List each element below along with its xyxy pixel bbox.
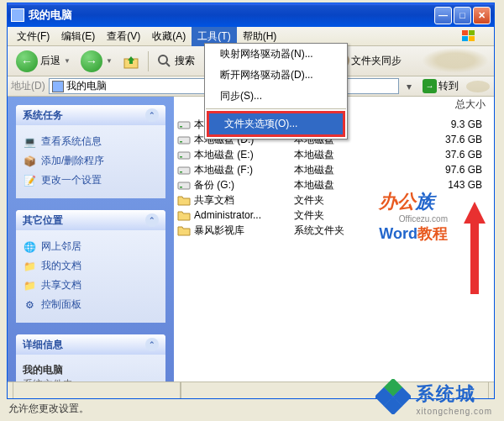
folder-up-icon <box>123 53 139 70</box>
minimize-button[interactable]: — <box>434 7 452 24</box>
folder-icon <box>177 193 191 207</box>
addrbar-decoration <box>465 79 491 94</box>
menu-file[interactable]: 文件(F) <box>11 27 55 46</box>
forward-icon: → <box>81 50 102 72</box>
svg-rect-16 <box>180 171 182 173</box>
menu-view[interactable]: 查看(V) <box>101 27 146 46</box>
sidebar-item-add-remove[interactable]: 📦 添加/删除程序 <box>23 151 159 171</box>
panel-header[interactable]: 系统任务 ⌃ <box>16 105 165 125</box>
menu-edit[interactable]: 编辑(E) <box>55 27 101 46</box>
drive-row[interactable]: 本地磁盘 (E:)本地磁盘37.6 GB <box>174 147 494 162</box>
add-remove-icon: 📦 <box>23 155 36 168</box>
documents-icon: 📁 <box>23 260 36 273</box>
folder-icon <box>177 224 191 237</box>
network-icon: 🌐 <box>23 240 36 254</box>
drive-row[interactable]: 本地磁盘 (F:)本地磁盘97.6 GB <box>174 162 494 177</box>
panel-header[interactable]: 详细信息 ⌃ <box>16 334 165 355</box>
go-button[interactable]: → 转到 <box>419 79 462 93</box>
my-computer-icon <box>11 8 24 22</box>
sidebar-item-shared-docs[interactable]: 📁 共享文档 <box>23 276 159 295</box>
control-panel-icon: ⚙ <box>23 298 36 312</box>
panel-system-tasks: 系统任务 ⌃ 💻 查看系统信息 📦 添加/删除程序 📝 更改一个设置 <box>16 105 165 198</box>
search-icon <box>157 54 172 69</box>
annotation-highlight: 文件夹选项(O)... <box>207 111 345 137</box>
back-icon: ← <box>16 50 38 72</box>
svg-rect-17 <box>178 182 190 189</box>
titlebar[interactable]: 我的电脑 — □ ✕ <box>8 3 494 27</box>
xitongcheng-logo-icon <box>375 379 411 418</box>
sidebar-item-network[interactable]: 🌐 网上邻居 <box>23 237 159 256</box>
drive-type: 文件夹 <box>294 208 370 223</box>
chevron-down-icon: ▼ <box>106 57 113 65</box>
drive-size: 37.6 GB <box>373 149 491 161</box>
drive-size: 37.6 GB <box>373 134 491 145</box>
svg-point-5 <box>159 55 167 64</box>
sidebar-item-control-panel[interactable]: ⚙ 控制面板 <box>23 295 159 314</box>
svg-rect-15 <box>178 167 190 174</box>
forward-button[interactable]: → ▼ <box>77 49 116 74</box>
panel-header[interactable]: 其它位置 ⌃ <box>16 210 165 230</box>
svg-line-6 <box>166 63 170 66</box>
search-button[interactable]: 搜索 <box>154 52 198 71</box>
drive-size: 9.3 GB <box>373 118 491 130</box>
maximize-button[interactable]: □ <box>454 7 471 24</box>
svg-rect-0 <box>462 30 468 35</box>
svg-rect-12 <box>180 141 182 143</box>
drive-type: 文件夹 <box>294 193 370 208</box>
drive-name: 本地磁盘 (E:) <box>194 148 291 162</box>
drive-icon <box>177 178 191 192</box>
shared-docs-icon: 📁 <box>23 279 36 292</box>
collapse-icon: ⌃ <box>145 108 159 122</box>
windows-logo-icon <box>460 29 491 44</box>
address-label: 地址(D) <box>11 79 45 93</box>
svg-rect-10 <box>180 126 182 128</box>
collapse-icon: ⌃ <box>145 338 159 351</box>
up-button[interactable] <box>119 51 143 71</box>
address-dropdown-button[interactable]: ▾ <box>402 81 416 92</box>
drive-type: 本地磁盘 <box>294 163 370 177</box>
status-tip: 允许您更改设置。 <box>8 402 89 416</box>
sidebar-item-change-setting[interactable]: 📝 更改一个设置 <box>23 171 159 190</box>
panel-details: 详细信息 ⌃ 我的电脑 系统文件夹 <box>16 334 165 382</box>
detail-name: 我的电脑 <box>23 364 63 376</box>
my-computer-icon <box>52 81 64 92</box>
drive-icon <box>177 148 191 161</box>
drive-name: 共享文档 <box>194 193 291 208</box>
sidebar: 系统任务 ⌃ 💻 查看系统信息 📦 添加/删除程序 📝 更改一个设置 <box>8 97 174 382</box>
sidebar-item-my-documents[interactable]: 📁 我的文档 <box>23 256 159 276</box>
watermark-officezu: 办公族 Officezu.com Word教程 <box>379 189 448 244</box>
back-button[interactable]: ← 后退 ▼ <box>13 49 74 74</box>
menu-item-disconnect-drive[interactable]: 断开网络驱动器(D)... <box>205 65 347 86</box>
menu-item-folder-options[interactable]: 文件夹选项(O)... <box>209 113 343 134</box>
svg-rect-3 <box>469 36 475 41</box>
sidebar-item-system-info[interactable]: 💻 查看系统信息 <box>23 132 159 151</box>
go-icon: → <box>423 79 437 93</box>
close-button[interactable]: ✕ <box>473 7 491 24</box>
drive-size: 97.6 GB <box>373 164 491 176</box>
folder-icon <box>177 208 191 222</box>
collapse-icon: ⌃ <box>145 213 159 227</box>
drive-type: 本地磁盘 <box>294 178 370 192</box>
window-title: 我的电脑 <box>29 8 434 23</box>
drive-name: 本地磁盘 (F:) <box>194 163 291 177</box>
drive-name: 暴风影视库 <box>194 224 291 238</box>
tools-dropdown: 映射网络驱动器(N)... 断开网络驱动器(D)... 同步(S)... 文件夹… <box>204 43 348 139</box>
annotation-arrow <box>464 202 486 297</box>
column-header-size[interactable]: 总大小 <box>455 97 494 112</box>
drive-icon <box>177 133 191 146</box>
svg-rect-9 <box>178 122 190 129</box>
drive-icon <box>177 118 191 131</box>
drive-icon <box>177 163 191 176</box>
folder-sync-button[interactable]: 文件夹同步 <box>351 54 402 68</box>
drive-name: Administrator... <box>194 209 291 221</box>
menu-favorites[interactable]: 收藏(A) <box>146 27 192 46</box>
info-icon: 💻 <box>23 135 36 149</box>
menu-item-map-drive[interactable]: 映射网络驱动器(N)... <box>205 44 347 65</box>
svg-rect-1 <box>469 30 475 35</box>
svg-point-8 <box>466 81 490 92</box>
drive-type: 本地磁盘 <box>294 148 370 162</box>
drive-type: 系统文件夹 <box>294 224 370 238</box>
settings-icon: 📝 <box>23 174 36 187</box>
panel-other-places: 其它位置 ⌃ 🌐 网上邻居 📁 我的文档 📁 共享文档 <box>16 210 165 323</box>
menu-item-sync[interactable]: 同步(S)... <box>205 86 347 107</box>
